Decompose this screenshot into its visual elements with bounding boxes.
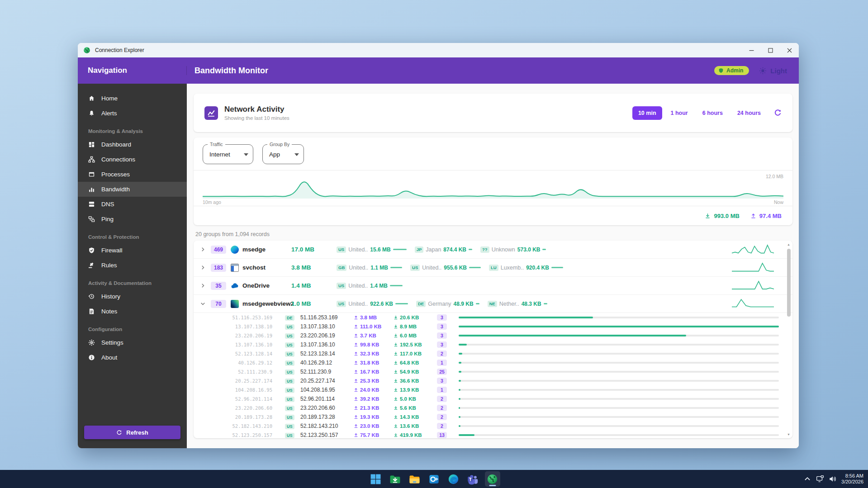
system-tray: 8:56 AM 3/20/2026: [803, 470, 863, 488]
sidebar-item-settings[interactable]: Settings: [78, 335, 187, 350]
app-total-traffic: 3.8 MB: [291, 264, 337, 271]
chevron-right-icon[interactable]: [200, 246, 211, 252]
remote-ip-mono: 52.96.201.114: [222, 396, 272, 402]
chevron-right-icon[interactable]: [200, 265, 211, 270]
group-row-msedgewebview2[interactable]: 70 msedgewebview2 1.0 MB US United.. 922…: [194, 295, 792, 313]
country-name: United..: [349, 265, 368, 271]
scroll-down-arrow[interactable]: ▼: [786, 431, 792, 437]
scrollbar-thumb[interactable]: [787, 249, 791, 317]
traffic-progress-bar: [459, 317, 779, 318]
upload-icon: [354, 397, 358, 401]
country-chip-list: US United.. 1.4 MB: [337, 283, 726, 289]
chevron-right-icon[interactable]: [200, 283, 211, 289]
country-code-badge: LU: [489, 265, 498, 271]
connection-count-badge: 183: [211, 264, 226, 272]
taskbar-clock[interactable]: 8:56 AM 3/20/2026: [841, 473, 863, 485]
info-icon: [88, 354, 95, 361]
taskbar-icon-outlook[interactable]: [427, 471, 442, 487]
tray-chevron-up-icon[interactable]: [803, 475, 811, 483]
remote-ip: 40.126.29.12: [300, 360, 354, 366]
upload-value: 16.7 KB: [354, 369, 394, 374]
sidebar-nav: HomeAlertsMonitoring & AnalysisDashboard…: [78, 91, 187, 365]
card-title: Network Activity: [224, 105, 289, 114]
traffic-progress-bar: [459, 353, 779, 355]
sidebar-item-alerts[interactable]: Alerts: [78, 106, 187, 121]
taskbar-icon-file-explorer[interactable]: [407, 471, 422, 487]
sidebar-item-connections[interactable]: Connections: [78, 152, 187, 167]
connection-count-badge: 1: [437, 360, 447, 366]
sidebar-item-label: Ping: [101, 216, 114, 223]
sidebar-refresh-button[interactable]: Refresh: [84, 426, 180, 439]
remote-ip: 52.96.201.114: [300, 396, 354, 402]
sidebar-item-ping[interactable]: Ping: [78, 212, 187, 227]
sidebar-item-home[interactable]: Home: [78, 91, 187, 106]
taskbar-icon-edge[interactable]: [446, 471, 461, 487]
upload-icon: [354, 360, 358, 365]
close-button[interactable]: [780, 43, 799, 57]
edge-app-icon: [231, 246, 239, 254]
group-row-svchost[interactable]: 183 svchost 3.8 MB GB United.. 1.1 MB US…: [194, 259, 792, 277]
taskbar-icon-connection-explorer[interactable]: [485, 471, 500, 487]
remote-ip: 13.107.138.10: [300, 323, 354, 330]
sidebar-item-dns[interactable]: DNS: [78, 197, 187, 212]
remote-ip-mono: 20.25.227.174: [222, 378, 272, 384]
sidebar-item-dashboard[interactable]: Dashboard: [78, 137, 187, 152]
note-icon: [88, 308, 95, 315]
onedrive-cloud-icon: [231, 282, 239, 290]
country-traffic-bar: [544, 303, 547, 304]
taskbar-icon-start[interactable]: [368, 471, 384, 487]
volume-icon[interactable]: [829, 475, 837, 483]
traffic-select[interactable]: Traffic Internet: [203, 144, 253, 164]
upload-icon: [354, 315, 358, 320]
upload-value: 25.3 KB: [354, 378, 394, 384]
sidebar-item-processes[interactable]: Processes: [78, 167, 187, 182]
sidebar-item-history[interactable]: History: [78, 289, 187, 304]
theme-toggle[interactable]: Light: [759, 67, 787, 75]
group-sparkline: [731, 298, 774, 310]
download-icon: [394, 433, 398, 437]
sidebar-item-label: History: [101, 293, 120, 300]
country-code-badge: US: [285, 396, 296, 402]
sidebar-item-about[interactable]: About: [78, 350, 187, 365]
country-traffic-value: 874.4 KB: [443, 246, 466, 253]
country-traffic-value: 573.0 KB: [517, 246, 541, 253]
connection-count-badge: 35: [211, 282, 226, 290]
chevron-down-icon[interactable]: [200, 301, 211, 307]
range-button-24-hours[interactable]: 24 hours: [731, 106, 767, 120]
minimize-button[interactable]: [742, 43, 761, 57]
group-row-onedrive[interactable]: 35 OneDrive 1.4 MB US United.. 1.4 MB: [194, 277, 792, 295]
sidebar-item-notes[interactable]: Notes: [78, 304, 187, 319]
range-button-1-hour[interactable]: 1 hour: [665, 106, 694, 120]
taskbar-icon-downloads-folder[interactable]: [388, 471, 403, 487]
maximize-button[interactable]: [761, 43, 780, 57]
upload-icon: [354, 324, 358, 329]
remote-ip: 52.123.128.14: [300, 351, 354, 357]
connections-icon: [88, 156, 95, 163]
refresh-icon: [116, 430, 122, 436]
scroll-up-arrow[interactable]: ▲: [786, 242, 792, 247]
network-display-icon[interactable]: [816, 475, 824, 483]
remote-ip-mono: 23.220.206.19: [222, 333, 272, 338]
chart-refresh-button[interactable]: [774, 109, 782, 117]
download-icon: [394, 324, 398, 329]
gavel-icon: [88, 262, 95, 269]
range-button-10-min[interactable]: 10 min: [632, 106, 662, 120]
connection-count-badge: 3: [437, 378, 447, 384]
taskbar-icon-teams[interactable]: [465, 471, 481, 487]
group-row-msedge[interactable]: 469 msedge 17.0 MB US United.. 15.6 MB J…: [194, 241, 792, 259]
time-range-buttons: 10 min1 hour6 hours24 hours: [632, 106, 767, 120]
remote-ip: 20.189.173.28: [300, 414, 354, 420]
sidebar-item-bandwidth[interactable]: Bandwidth: [78, 182, 187, 197]
sidebar-item-label: Rules: [101, 262, 117, 269]
upload-icon: [354, 388, 358, 392]
upload-total-value: 97.4 MB: [759, 213, 782, 219]
sidebar-item-firewall[interactable]: Firewall: [78, 243, 187, 258]
remote-ip: 23.220.206.19: [300, 332, 354, 339]
range-button-6-hours[interactable]: 6 hours: [697, 106, 729, 120]
vertical-scrollbar[interactable]: ▲ ▼: [786, 242, 792, 437]
app-total-traffic: 1.0 MB: [291, 300, 337, 307]
download-icon: [394, 415, 398, 419]
sidebar-item-rules[interactable]: Rules: [78, 258, 187, 273]
group-by-select[interactable]: Group By App: [262, 144, 304, 164]
upload-icon: [354, 424, 358, 428]
